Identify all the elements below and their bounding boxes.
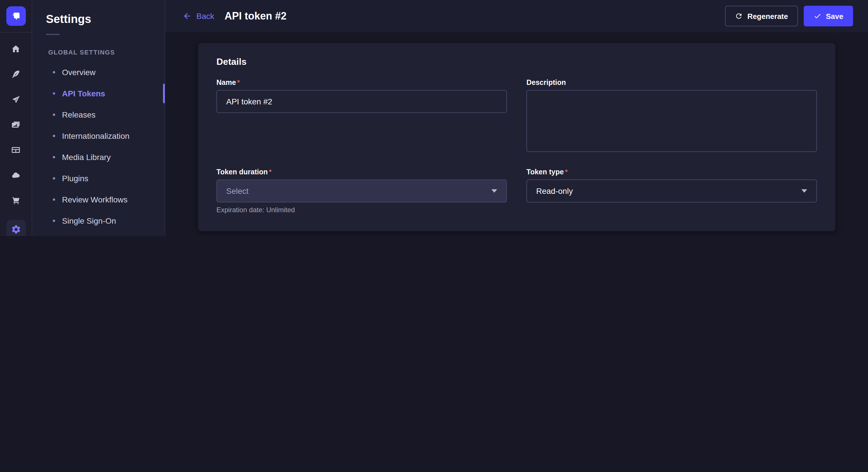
images-icon[interactable] — [10, 119, 22, 130]
sidebar-item-releases[interactable]: Releases — [32, 104, 165, 125]
page-header: Back API token #2 Regenerate Save — [165, 0, 868, 32]
check-icon — [813, 12, 821, 20]
main-nav-rail: KD — [0, 0, 32, 236]
sidebar-item-api-tokens[interactable]: API Tokens — [32, 82, 165, 104]
feather-icon[interactable] — [10, 68, 22, 80]
sidebar-item-single-sign-on[interactable]: Single Sign-On — [32, 210, 165, 231]
strapi-settings-app: KD Settings GLOBAL SETTINGS Overview API… — [0, 0, 868, 236]
sidebar-item-media-library[interactable]: Media Library — [32, 146, 165, 167]
strapi-logo[interactable] — [6, 6, 26, 26]
page-content: Details Name Description Token duration … — [165, 32, 868, 236]
description-label: Description — [526, 78, 817, 87]
description-field: Description — [526, 78, 817, 154]
token-duration-select[interactable]: Select — [216, 179, 507, 202]
details-card: Details Name Description Token duration … — [198, 43, 835, 231]
bullet-icon — [53, 113, 55, 115]
sidebar-item-transfer-tokens[interactable]: Transfer Tokens — [32, 231, 165, 236]
bullet-icon — [53, 156, 55, 158]
layout-icon[interactable] — [10, 144, 22, 156]
name-field: Name — [216, 78, 507, 154]
back-label: Back — [196, 11, 214, 21]
back-link[interactable]: Back — [183, 11, 214, 21]
bullet-icon — [53, 198, 55, 200]
details-heading: Details — [216, 57, 817, 67]
bullet-icon — [53, 92, 55, 94]
arrow-left-icon — [183, 11, 192, 21]
regenerate-button[interactable]: Regenerate — [725, 6, 798, 26]
paper-plane-icon[interactable] — [10, 94, 22, 105]
token-duration-field: Token duration Select Expiration date: U… — [216, 168, 507, 214]
bullet-icon — [53, 134, 55, 137]
refresh-icon — [735, 12, 743, 20]
sidebar-title: Settings — [46, 12, 165, 26]
name-input[interactable] — [216, 90, 507, 113]
bullet-icon — [53, 220, 55, 222]
home-icon[interactable] — [10, 43, 22, 55]
token-duration-label: Token duration — [216, 168, 507, 176]
active-indicator — [163, 83, 165, 103]
sidebar-item-internationalization[interactable]: Internationalization — [32, 125, 165, 146]
settings-sidebar: Settings GLOBAL SETTINGS Overview API To… — [32, 0, 165, 236]
main-area: Back API token #2 Regenerate Save — [165, 0, 868, 236]
cart-icon[interactable] — [10, 194, 22, 206]
bullet-icon — [53, 177, 55, 179]
cloud-icon[interactable] — [10, 169, 22, 181]
chevron-down-icon — [801, 189, 807, 193]
description-textarea[interactable] — [526, 90, 817, 152]
gear-icon[interactable] — [6, 220, 26, 236]
rail-divider — [0, 32, 32, 33]
strapi-logo-glyph — [11, 11, 21, 21]
token-type-label: Token type — [526, 168, 817, 176]
sidebar-title-divider — [46, 34, 60, 35]
section-label: GLOBAL SETTINGS — [48, 49, 165, 56]
sidebar-item-plugins[interactable]: Plugins — [32, 167, 165, 189]
save-button[interactable]: Save — [803, 6, 853, 26]
sidebar-item-review-workflows[interactable]: Review Workflows — [32, 189, 165, 210]
rail-icon-list — [6, 43, 26, 236]
bullet-icon — [53, 71, 55, 73]
expiration-hint: Expiration date: Unlimited — [216, 206, 507, 214]
page-title: API token #2 — [224, 10, 286, 22]
token-type-select[interactable]: Read-only — [526, 179, 817, 202]
chevron-down-icon — [491, 189, 497, 193]
token-type-field: Token type Read-only — [526, 168, 817, 214]
sidebar-section-global: GLOBAL SETTINGS Overview API Tokens Rele… — [32, 49, 165, 236]
sidebar-item-overview[interactable]: Overview — [32, 61, 165, 82]
name-label: Name — [216, 78, 507, 87]
